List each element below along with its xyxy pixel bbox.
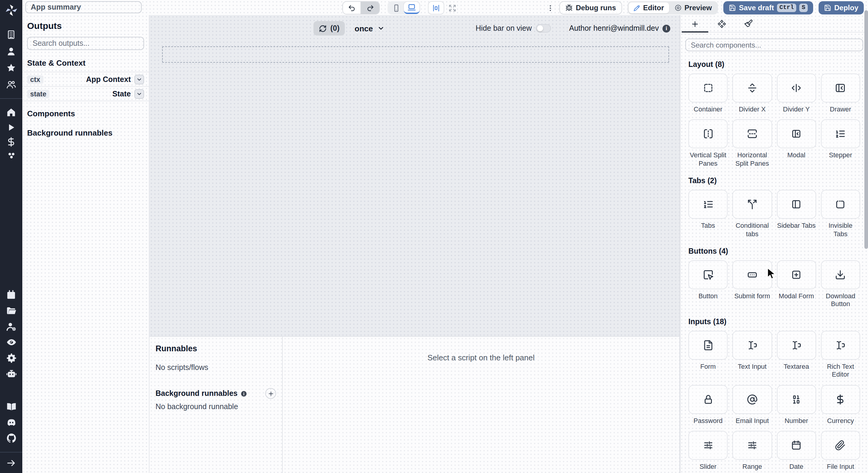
- refresh-button[interactable]: (0): [313, 21, 345, 36]
- component-card[interactable]: [733, 331, 772, 360]
- component-card[interactable]: [777, 331, 816, 360]
- fullscreen-button[interactable]: [448, 4, 456, 12]
- component-card[interactable]: [821, 73, 861, 102]
- undo-button[interactable]: [343, 2, 361, 14]
- component-card-divider-x[interactable]: Divider X: [733, 73, 772, 114]
- component-card-file-input[interactable]: File Input: [821, 431, 861, 471]
- component-card-rich-text-editor[interactable]: Rich Text Editor: [821, 331, 861, 379]
- tab-insert-component[interactable]: [682, 15, 708, 33]
- sidebar-item-workers[interactable]: [0, 368, 22, 379]
- tab-global-styling[interactable]: [735, 15, 761, 33]
- component-card-modal[interactable]: Modal: [777, 120, 816, 168]
- component-card[interactable]: [733, 431, 772, 460]
- component-card[interactable]: [777, 431, 816, 460]
- sidebar-item-audit-logs[interactable]: [0, 337, 22, 348]
- sidebar-item-resources[interactable]: [0, 150, 22, 161]
- component-card[interactable]: [777, 73, 816, 102]
- sidebar-item-schedules[interactable]: [0, 290, 22, 300]
- component-card-number[interactable]: Number: [777, 385, 816, 425]
- component-card[interactable]: [688, 260, 728, 289]
- component-card-download-button[interactable]: Download Button: [821, 260, 861, 309]
- info-icon[interactable]: i: [662, 24, 670, 32]
- component-card[interactable]: [821, 385, 861, 414]
- state-context-row-state[interactable]: stateState: [22, 87, 149, 101]
- sidebar-item-settings[interactable]: [0, 352, 22, 363]
- component-card[interactable]: [688, 73, 728, 102]
- component-card-submit-form[interactable]: Submit form: [733, 260, 772, 309]
- sidebar-item-groups[interactable]: [0, 321, 22, 332]
- sidebar-item-members[interactable]: [0, 80, 22, 90]
- component-card[interactable]: [688, 120, 728, 149]
- component-card-form[interactable]: Form: [688, 331, 728, 379]
- component-card-modal-form[interactable]: Modal Form: [777, 260, 816, 309]
- component-card[interactable]: [733, 73, 772, 102]
- component-card[interactable]: [821, 190, 861, 219]
- mobile-view-button[interactable]: [388, 2, 404, 14]
- component-card[interactable]: [733, 385, 772, 414]
- sidebar-item-user[interactable]: [0, 46, 22, 57]
- component-card-text-input[interactable]: Text Input: [733, 331, 772, 379]
- sidebar-item-runs[interactable]: [0, 122, 22, 132]
- component-card[interactable]: [821, 431, 861, 460]
- editor-tab[interactable]: Editor: [629, 2, 669, 13]
- component-card-vertical-split-panes[interactable]: Vertical Split Panes: [688, 120, 728, 168]
- component-card[interactable]: [777, 190, 816, 219]
- sidebar-item-docs[interactable]: [0, 401, 22, 412]
- component-card[interactable]: [821, 331, 861, 360]
- component-card[interactable]: [688, 331, 728, 360]
- component-card-email-input[interactable]: Email Input: [733, 385, 772, 425]
- sidebar-item-discord[interactable]: [0, 417, 22, 428]
- component-card[interactable]: [733, 120, 772, 149]
- sidebar-item-workspace[interactable]: [0, 30, 22, 40]
- component-card-date[interactable]: Date: [777, 431, 816, 471]
- component-drop-zone[interactable]: [162, 46, 669, 63]
- component-card[interactable]: [777, 260, 816, 289]
- component-card-textarea[interactable]: Textarea: [777, 331, 816, 379]
- component-card-currency[interactable]: Currency: [821, 385, 861, 425]
- expand-row-button[interactable]: [134, 74, 144, 84]
- sidebar-item-favorites[interactable]: [0, 63, 22, 73]
- expand-row-button[interactable]: [134, 89, 144, 98]
- app-summary-input[interactable]: [25, 1, 142, 13]
- components-panel-scrollbar[interactable]: [864, 10, 868, 249]
- more-menu-button[interactable]: [547, 3, 554, 12]
- component-card-horizontal-split-panes[interactable]: Horizontal Split Panes: [733, 120, 772, 168]
- save-draft-button[interactable]: Save draft Ctrl S: [723, 1, 813, 14]
- hide-bar-toggle[interactable]: [536, 24, 551, 33]
- component-card-slider[interactable]: Slider: [688, 431, 728, 471]
- sidebar-item-github[interactable]: [0, 433, 22, 443]
- component-card-container[interactable]: Container: [688, 73, 728, 114]
- search-outputs-input[interactable]: [27, 37, 144, 50]
- sidebar-item-variables[interactable]: [0, 137, 22, 147]
- component-card-divider-y[interactable]: Divider Y: [777, 73, 816, 114]
- add-background-runnable-button[interactable]: [265, 388, 276, 399]
- sidebar-collapse[interactable]: [0, 458, 22, 468]
- component-card-sidebar-tabs[interactable]: Sidebar Tabs: [777, 190, 816, 238]
- redo-button[interactable]: [361, 2, 379, 14]
- component-card[interactable]: [821, 120, 861, 149]
- component-card-range[interactable]: Range: [733, 431, 772, 471]
- preview-tab[interactable]: Preview: [670, 2, 717, 13]
- component-card[interactable]: [777, 385, 816, 414]
- component-card[interactable]: [688, 431, 728, 460]
- component-card[interactable]: [733, 190, 772, 219]
- component-card-conditional-tabs[interactable]: Conditional tabs: [733, 190, 772, 238]
- component-card-stepper[interactable]: Stepper: [821, 120, 861, 168]
- state-context-row-ctx[interactable]: ctxApp Context: [22, 72, 149, 87]
- component-card-tabs[interactable]: Tabs: [688, 190, 728, 238]
- app-canvas[interactable]: (0) once Hide bar on view Author henri@w…: [149, 15, 680, 336]
- tab-component-settings[interactable]: [708, 15, 735, 33]
- schedule-dropdown[interactable]: once: [355, 24, 384, 33]
- debug-runs-button[interactable]: Debug runs: [559, 1, 622, 14]
- component-card[interactable]: [733, 260, 772, 289]
- sidebar-item-folders[interactable]: [0, 306, 22, 316]
- windmill-logo[interactable]: [0, 4, 22, 17]
- component-card-drawer[interactable]: Drawer: [821, 73, 861, 114]
- deploy-button[interactable]: Deploy: [818, 1, 864, 14]
- desktop-view-button[interactable]: [404, 2, 420, 14]
- component-card[interactable]: [688, 190, 728, 219]
- component-card-password[interactable]: Password: [688, 385, 728, 425]
- search-components-input[interactable]: [685, 38, 863, 51]
- sidebar-item-home[interactable]: [0, 107, 22, 118]
- component-card[interactable]: [777, 120, 816, 149]
